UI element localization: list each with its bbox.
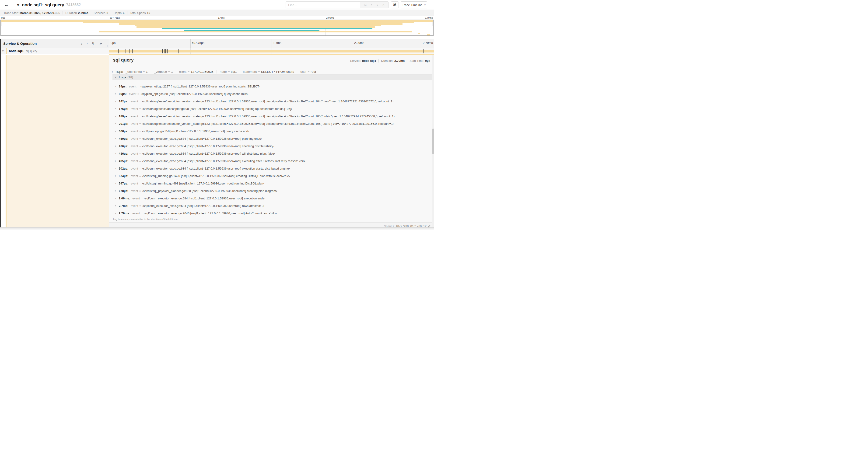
expand-one-icon[interactable]: › [87,42,88,45]
log-field-key: event [131,182,138,185]
minimap-span-bar [427,34,430,35]
column-resizer-handle[interactable]: ∥ [106,44,108,47]
trace-start-value: March 31 2022, 17:25:09 [20,11,54,15]
back-button[interactable]: ← [0,0,13,9]
span-log-tick[interactable] [188,49,188,54]
chevron-right-icon: › [113,211,119,215]
tag-value: 127.0.0.1:59936 [191,70,214,73]
trace-view-selector[interactable]: Trace Timeline ∨ [401,1,427,8]
log-entry-row[interactable]: ›597µs:event=‹sql/distsql_running.go:498… [113,179,432,187]
log-entry-row[interactable]: ›574µs:event=‹sql/distsql_running.go:142… [113,172,432,179]
log-field-key: event [129,92,136,96]
log-timestamp: 80µs: [119,92,127,96]
log-entry-row[interactable]: ›201µs:event=‹sql/catalog/lease/descript… [113,120,432,127]
next-result-icon[interactable]: ∨ [376,3,378,6]
minimap-tick-label: 697.75µs [109,16,120,19]
left-edge-scrollbar[interactable] [0,39,1,230]
minimap-span-bar [99,31,412,32]
log-field-value: ‹sql/exec_util.go:2297 [nsql1,client=127… [141,85,260,88]
equals-sign: = [258,70,260,73]
log-entry-row[interactable]: ›34µs:event=‹sql/exec_util.go:2297 [nsql… [113,83,432,90]
equals-sign: = [139,174,141,178]
back-arrow-icon: ← [4,2,9,7]
equals-sign: = [139,152,141,155]
log-entry-row[interactable]: ›2.69ms:event=‹sql/conn_executor_exec.go… [113,195,432,202]
span-service-name[interactable]: node sql1 [9,49,24,53]
span-log-tick[interactable] [162,49,163,54]
log-timestamp: 2.79ms: [119,211,130,215]
find-input[interactable] [286,2,360,8]
log-entry-row[interactable]: ›189µs:event=‹sql/catalog/lease/descript… [113,112,432,120]
expand-all-icon[interactable]: ≫ [99,42,102,45]
log-entry-row[interactable]: ›366µs:event=‹sql/plan_opt.go:358 [nsql1… [113,127,432,135]
log-entry-row[interactable]: ›80µs:event=‹sql/plan_opt.go:358 [nsql1,… [113,90,432,97]
span-log-tick[interactable] [113,49,113,54]
tag-item: node=sql1 [217,70,240,73]
collapse-all-icon[interactable]: ≫ [91,42,95,45]
span-log-tick[interactable] [166,49,167,54]
divider [378,59,379,63]
tag-value: root [311,70,316,73]
span-row-name-cell[interactable]: ∨ node sql1 sql query [0,48,109,54]
log-entry-row[interactable]: ›2.79ms:event=‹sql/conn_executor_exec.go… [113,209,432,217]
log-entry-row[interactable]: ›495µs:event=‹sql/conn_executor_exec.go:… [113,157,432,165]
chevron-right-icon: › [113,114,119,118]
tag-key: client [179,70,187,73]
tags-label: Tags: [115,70,123,73]
vertical-scrollbar[interactable] [432,55,434,227]
tags-section[interactable]: › Tags: _unfinished=1_verbose=1client=12… [112,69,319,74]
logs-section-header[interactable]: ∨ Logs (18) [113,74,432,80]
span-log-tick[interactable] [423,49,424,54]
collapse-trace-icon[interactable]: ∨ [17,3,19,7]
link-icon[interactable] [428,225,431,228]
log-entry-row[interactable]: ›502µs:event=‹sql/conn_executor_exec.go:… [113,165,432,172]
log-entry-row[interactable]: ›476µs:event=‹sql/conn_executor_exec.go:… [113,142,432,150]
trace-minimap[interactable] [0,20,434,36]
log-field-key: event [131,167,138,170]
equals-sign: = [228,70,230,73]
clear-search-icon[interactable]: ✕ [382,3,384,6]
log-entry-row[interactable]: ›486µs:event=‹sql/conn_executor_exec.go:… [113,150,432,157]
tag-item: _unfinished=1 [124,70,151,73]
logs-label: Logs [119,75,126,79]
span-log-tick[interactable] [152,49,152,54]
chevron-right-icon: › [113,85,119,88]
log-timestamp: 2.69ms: [119,197,130,200]
log-timestamp: 574µs: [119,174,128,178]
span-log-tick[interactable] [434,49,434,54]
log-entry-row[interactable]: ›459µs:event=‹sql/conn_executor_exec.go:… [113,135,432,142]
log-entry-row[interactable]: ›176µs:event=‹sql/catalog/descs/descript… [113,105,432,112]
minimap-span-bar [184,30,319,31]
log-field-key: event [131,152,138,155]
span-collapse-icon[interactable]: ∨ [2,50,4,52]
prev-result-icon[interactable]: ∧ [371,3,373,6]
minimap-drag-handle-left[interactable] [1,22,1,26]
locate-icon[interactable]: ◎ [364,3,367,6]
start-time-label: Start Time: [409,59,424,63]
scrollbar-thumb[interactable] [432,129,434,154]
span-log-tick[interactable] [118,49,119,54]
span-log-tick[interactable] [129,49,130,54]
log-entry-row[interactable]: ›142µs:event=‹sql/catalog/lease/descript… [113,97,432,105]
log-field-value: ‹sql/catalog/descs/descriptor.go:98 [nsq… [142,107,292,110]
span-duration-bar[interactable] [109,50,434,53]
log-field-value: ‹sql/conn_executor_exec.go:684 [nsql1,cl… [142,152,275,155]
span-log-tick[interactable] [165,49,166,54]
log-field-value: ‹sql/catalog/lease/descriptor_version_st… [142,114,395,118]
log-entry-row[interactable]: ›2.7ms:event=‹sql/conn_executor_exec.go:… [113,202,432,209]
bottom-bar [0,227,434,230]
minimap-drag-handle-right[interactable] [433,22,433,26]
equals-sign: = [139,159,141,163]
log-field-value: ‹sql/catalog/lease/descriptor_version_st… [142,100,394,103]
keyboard-shortcuts-button[interactable]: ⌘ [391,1,399,8]
span-log-tick[interactable] [176,49,176,54]
tag-item: user=root [297,70,319,73]
span-log-tick[interactable] [131,49,131,54]
collapse-one-icon[interactable]: ∨ [81,42,83,45]
equals-sign: = [139,137,141,140]
detail-operation-title: sql query [113,57,134,63]
log-field-key: event [131,137,138,140]
trace-id: 7418682 [66,3,81,7]
log-entry-row[interactable]: ›678µs:event=‹sql/distsql_physical_plann… [113,187,432,195]
span-row-bar-cell[interactable] [109,48,434,54]
